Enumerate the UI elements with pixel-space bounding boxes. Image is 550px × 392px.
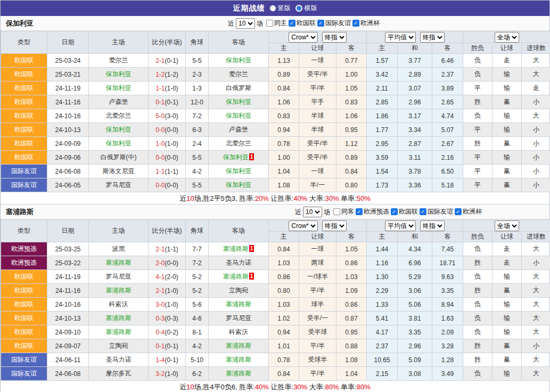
cell-date: 24-10-16 bbox=[47, 109, 89, 123]
cell-score: 2-0(0-0) bbox=[149, 256, 186, 270]
layout-radio-horizontal[interactable]: 横版 bbox=[295, 4, 317, 13]
subheader-goals: 进球数 bbox=[522, 232, 550, 242]
cell-date: 24-11-16 bbox=[47, 95, 89, 109]
full-time-score: 4-1 bbox=[155, 273, 165, 281]
league-type-badge: 欧洲预选 bbox=[1, 242, 47, 256]
cell-ah-home-odds: 0.83 bbox=[269, 109, 299, 123]
half-time-score: (0-0) bbox=[165, 126, 178, 134]
avg-odds-select[interactable]: 平均值 bbox=[385, 32, 416, 43]
cell-eu-away-odds: 5.18 bbox=[432, 178, 463, 192]
cell-eu-home-odds: 1.30 bbox=[367, 270, 398, 284]
home-team-name: 保加利亚 bbox=[106, 84, 132, 92]
cell-result: 平 bbox=[463, 165, 492, 178]
subheader-ah-away: 客 bbox=[336, 232, 367, 242]
match-count-select[interactable]: 10 bbox=[236, 18, 255, 29]
radio-horizontal-checked-icon[interactable] bbox=[295, 5, 302, 12]
cell-eu-draw-odds: 3.36 bbox=[398, 178, 432, 192]
radio-horizontal-label: 横版 bbox=[305, 4, 317, 13]
checkbox-unchecked-icon[interactable] bbox=[266, 20, 273, 27]
full-time-score: 0-0 bbox=[155, 126, 165, 134]
checkbox-checked-icon[interactable] bbox=[289, 20, 295, 27]
half-time-score: (1-0) bbox=[165, 140, 178, 148]
cell-away-team: 保加利亚 bbox=[209, 95, 269, 109]
checkbox-unchecked-icon[interactable] bbox=[333, 208, 340, 215]
league-filter[interactable]: 欧洲杯 bbox=[352, 19, 380, 28]
cell-eu-home-odds: 1.77 bbox=[367, 123, 398, 137]
league-filter[interactable]: 欧洲预选 bbox=[356, 207, 389, 216]
summary-segment: 30% bbox=[293, 383, 307, 391]
near-label: 近 bbox=[228, 19, 234, 28]
cell-away-team: 卢森堡 bbox=[209, 123, 269, 137]
cell-away-team: 爱尔兰 bbox=[209, 68, 269, 81]
league-filter[interactable]: 欧国联 bbox=[391, 207, 418, 216]
away-team-name: 圣马力诺 bbox=[226, 259, 251, 266]
header-home: 主场 bbox=[89, 220, 149, 242]
checkbox-checked-icon[interactable] bbox=[391, 208, 398, 215]
subheader-eu-home: 主 bbox=[367, 232, 398, 242]
cell-ah-home-odds: 1.08 bbox=[269, 178, 299, 192]
match-count-select[interactable]: 10 bbox=[303, 207, 322, 217]
league-type-badge: 欧国联 bbox=[1, 54, 47, 68]
team-section: 保加利亚 近 10 场 同主欧国联国际友谊欧洲杯 类型 日期 主场 比分(半 bbox=[1, 16, 549, 205]
league-filter[interactable]: 欧洲杯 bbox=[455, 207, 482, 216]
cell-away-team: 塞浦路斯 bbox=[209, 298, 269, 312]
cell-eu-draw-odds: 3.17 bbox=[398, 109, 432, 123]
cell-eu-away-odds: 9.63 bbox=[432, 270, 463, 284]
final-odds-select-2[interactable]: 终指 bbox=[420, 32, 445, 43]
bookmaker-select[interactable]: Crow* bbox=[289, 220, 318, 231]
checkbox-checked-icon[interactable] bbox=[420, 208, 426, 215]
league-filter[interactable]: 同客 bbox=[333, 207, 354, 216]
cell-corner: 7-2 bbox=[186, 256, 209, 270]
final-odds-select[interactable]: 终指 bbox=[322, 220, 347, 231]
cell-away-team: 科索沃 bbox=[209, 325, 269, 339]
cell-result: 负 bbox=[463, 270, 492, 284]
cell-ah-result: 输 bbox=[492, 81, 522, 95]
match-row: 欧国联 24-10-16 北爱尔兰 5-0(3-0) 7-2 保加利亚 0.83… bbox=[1, 109, 550, 123]
subheader-eu-home: 主 bbox=[367, 43, 398, 54]
cell-score: 0-0(0-0) bbox=[149, 151, 186, 165]
cell-corner: 2-4 bbox=[186, 137, 209, 151]
league-filter[interactable]: 国际友谊 bbox=[420, 207, 453, 216]
cell-away-team: 塞浦路斯 bbox=[209, 367, 269, 381]
cell-ah-home-odds: 0.94 bbox=[269, 325, 299, 339]
avg-odds-select[interactable]: 平均值 bbox=[385, 220, 416, 231]
cell-ah-result: 输 bbox=[492, 325, 522, 339]
match-row: 欧国联 24-10-13 塞浦路斯 0-3(0-3) 4-6 罗马尼亚 1.02… bbox=[1, 312, 550, 325]
scope-select[interactable]: 全场 bbox=[495, 32, 519, 43]
cell-home-team: 圣马力诺 bbox=[89, 353, 149, 367]
final-odds-select-2[interactable]: 终指 bbox=[420, 220, 445, 231]
match-row: 国际友谊 24-06-05 罗马尼亚 0-0(0-0) 5-5 保加利亚 1.0… bbox=[1, 178, 550, 192]
scope-select[interactable]: 全场 bbox=[495, 220, 519, 231]
match-row: 欧国联 24-09-09 保加利亚 1-0(1-0) 2-4 北爱尔兰 0.78… bbox=[1, 137, 550, 151]
full-time-score: 0-0 bbox=[155, 154, 165, 161]
summary-segment: 近 bbox=[179, 194, 186, 202]
cell-goals-result: 小 bbox=[522, 137, 550, 151]
cell-date: 24-10-16 bbox=[47, 298, 89, 312]
radio-vertical-icon[interactable] bbox=[270, 5, 276, 11]
bookmaker-select[interactable]: Crow* bbox=[289, 32, 318, 43]
layout-radio-vertical[interactable]: 竖版 bbox=[270, 4, 291, 13]
away-team-name: 塞浦路斯 bbox=[226, 356, 251, 363]
cell-eu-away-odds: 8.94 bbox=[432, 298, 463, 312]
subheader-ah-home: 主 bbox=[269, 43, 299, 54]
full-time-score: 1-4 bbox=[155, 356, 165, 364]
checkbox-checked-icon[interactable] bbox=[317, 20, 324, 27]
league-type-badge: 欧国联 bbox=[1, 325, 47, 339]
cell-home-team: 塞浦路斯 bbox=[89, 284, 149, 298]
league-filter[interactable]: 国际友谊 bbox=[317, 19, 351, 28]
checkbox-checked-icon[interactable] bbox=[356, 208, 363, 215]
checkbox-checked-icon[interactable] bbox=[352, 20, 359, 27]
league-filter[interactable]: 同主 bbox=[266, 19, 287, 28]
final-odds-select[interactable]: 终指 bbox=[322, 32, 347, 43]
cell-date: 24-06-08 bbox=[47, 165, 89, 178]
league-filter[interactable]: 欧国联 bbox=[289, 19, 316, 28]
header-score: 比分(半场) bbox=[149, 220, 186, 242]
cell-home-team: 立陶宛 bbox=[89, 339, 149, 353]
checkbox-checked-icon[interactable] bbox=[455, 208, 462, 215]
summary-segment: 让胜率: bbox=[269, 383, 293, 391]
cell-eu-away-odds: 2.67 bbox=[432, 137, 463, 151]
subheader-result: 胜负 bbox=[463, 43, 492, 54]
matches-tbody: 欧国联 25-03-24 爱尔兰 2-1(0-1) 5-5 保加利亚 1.13 … bbox=[1, 54, 550, 192]
cell-eu-home-odds: 1.57 bbox=[367, 54, 398, 68]
full-time-score: 3-2 bbox=[155, 370, 165, 378]
